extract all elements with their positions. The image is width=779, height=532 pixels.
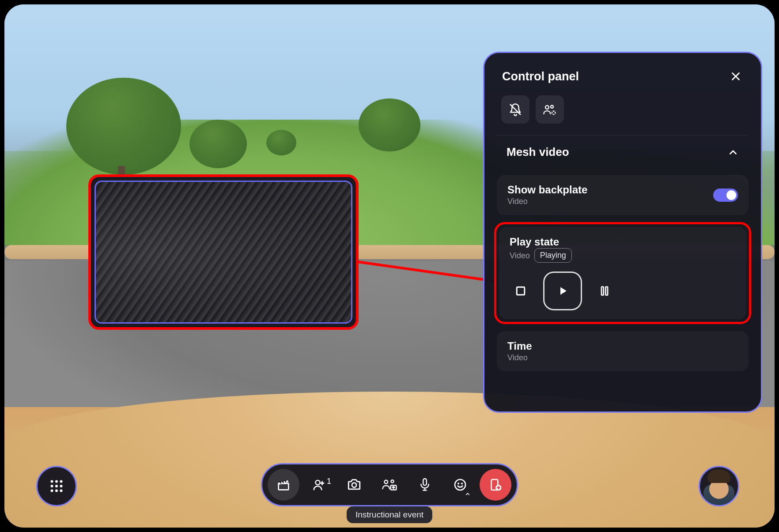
playstate-status-chip: Playing bbox=[534, 248, 572, 263]
people-count: 1 bbox=[327, 477, 331, 486]
camera-icon bbox=[347, 477, 362, 492]
grid-icon bbox=[49, 478, 64, 494]
svg-point-0 bbox=[545, 106, 549, 109]
mesh-3d-viewport[interactable]: Control panel Mesh video Show backplate bbox=[4, 4, 775, 528]
svg-point-6 bbox=[316, 480, 320, 485]
avatar-button[interactable] bbox=[699, 466, 739, 506]
play-button[interactable] bbox=[543, 272, 582, 310]
svg-point-19 bbox=[60, 480, 63, 483]
bottom-dock: 1 bbox=[261, 463, 518, 506]
time-sub: Video bbox=[507, 353, 738, 362]
mic-button[interactable] bbox=[409, 469, 441, 501]
tree-graphic bbox=[189, 120, 247, 168]
svg-point-23 bbox=[51, 490, 53, 492]
svg-point-8 bbox=[384, 480, 388, 484]
panel-title: Control panel bbox=[502, 70, 579, 83]
video-screen-highlight[interactable] bbox=[88, 174, 359, 330]
backplate-card: Show backplate Video bbox=[497, 175, 749, 215]
backplate-sub: Video bbox=[507, 197, 587, 206]
bell-icon bbox=[509, 103, 522, 116]
emoji-button[interactable] bbox=[444, 469, 476, 501]
camera-button[interactable] bbox=[338, 469, 370, 501]
svg-point-12 bbox=[455, 479, 465, 490]
time-label: Time bbox=[507, 340, 738, 352]
playstate-label: Play state bbox=[510, 236, 736, 248]
chevron-up-icon bbox=[465, 491, 471, 497]
svg-point-21 bbox=[55, 485, 58, 487]
event-caption: Instructional event bbox=[347, 506, 432, 523]
svg-point-17 bbox=[51, 480, 53, 483]
svg-point-22 bbox=[60, 485, 63, 487]
tree-graphic bbox=[266, 130, 296, 155]
svg-point-25 bbox=[60, 490, 63, 492]
video-texture bbox=[95, 181, 352, 324]
backplate-toggle[interactable] bbox=[713, 189, 738, 202]
svg-point-20 bbox=[51, 485, 53, 487]
participants-button[interactable] bbox=[536, 95, 564, 124]
svg-rect-3 bbox=[517, 287, 525, 295]
svg-point-14 bbox=[461, 483, 462, 484]
smile-icon bbox=[453, 478, 467, 492]
play-icon bbox=[556, 284, 569, 298]
clapper-icon bbox=[276, 477, 291, 492]
svg-point-7 bbox=[352, 483, 356, 487]
svg-point-13 bbox=[458, 483, 459, 484]
playstate-card: Play state Video Playing bbox=[499, 227, 746, 319]
mic-icon bbox=[418, 477, 431, 492]
svg-point-9 bbox=[391, 480, 393, 483]
pause-icon bbox=[598, 284, 611, 298]
control-panel: Control panel Mesh video Show backplate bbox=[483, 52, 762, 413]
share-screen-button[interactable] bbox=[374, 469, 405, 501]
close-icon bbox=[730, 71, 741, 82]
stop-icon bbox=[514, 284, 527, 298]
backplate-label: Show backplate bbox=[507, 184, 587, 196]
section-header-mesh-video[interactable]: Mesh video bbox=[505, 143, 741, 162]
leave-button[interactable] bbox=[480, 469, 511, 501]
person-icon bbox=[312, 478, 325, 491]
avatar-hair bbox=[707, 470, 730, 483]
clapper-button[interactable] bbox=[268, 469, 299, 501]
people-share-icon bbox=[382, 478, 397, 492]
pause-button[interactable] bbox=[594, 280, 616, 302]
people-button[interactable]: 1 bbox=[303, 469, 335, 501]
chevron-up-icon bbox=[727, 147, 739, 158]
time-card: Time Video bbox=[497, 331, 749, 371]
svg-point-18 bbox=[55, 480, 58, 483]
people-mute-icon bbox=[543, 103, 557, 116]
playstate-sub: Video bbox=[510, 251, 530, 260]
leave-icon bbox=[488, 478, 503, 492]
tree-graphic bbox=[359, 98, 420, 151]
svg-point-24 bbox=[55, 490, 58, 492]
playstate-highlight: Play state Video Playing bbox=[494, 222, 751, 324]
close-button[interactable] bbox=[728, 69, 743, 84]
svg-rect-4 bbox=[601, 287, 604, 295]
section-title: Mesh video bbox=[507, 145, 569, 159]
svg-rect-5 bbox=[605, 287, 608, 295]
apps-grid-button[interactable] bbox=[36, 466, 77, 506]
tree-graphic bbox=[66, 78, 181, 175]
stop-button[interactable] bbox=[510, 280, 532, 302]
svg-rect-11 bbox=[423, 479, 427, 485]
svg-point-1 bbox=[551, 106, 553, 108]
notify-button[interactable] bbox=[501, 95, 529, 124]
